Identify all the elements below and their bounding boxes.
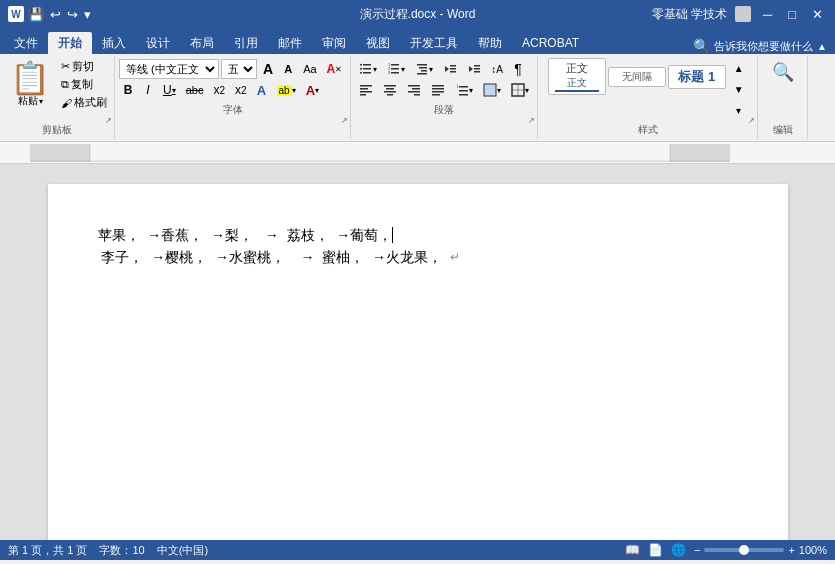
bullets-dropdown[interactable]: ▾ (373, 65, 377, 74)
font-shrink-button[interactable]: A (279, 59, 297, 79)
clipboard-expand-icon[interactable]: ↗ (105, 116, 112, 125)
paste-button[interactable]: 📋 粘贴 ▾ (4, 58, 56, 112)
print-view-icon[interactable]: 📄 (648, 543, 663, 557)
tab-layout[interactable]: 布局 (180, 32, 224, 54)
align-right-button[interactable] (403, 80, 425, 100)
redo-button[interactable]: ↪ (67, 7, 78, 22)
search-ribbon-label[interactable]: 告诉我你想要做什么 (714, 39, 813, 54)
borders-button[interactable]: ▾ (507, 80, 533, 100)
svg-rect-50 (670, 144, 730, 162)
svg-rect-27 (360, 94, 366, 96)
underline-dropdown[interactable]: ▾ (172, 86, 176, 95)
bold-button[interactable]: B (119, 80, 137, 100)
svg-rect-33 (412, 88, 420, 90)
minimize-button[interactable]: ─ (759, 7, 776, 22)
styles-gallery: 正文 正文 无间隔 标题 1 (548, 58, 726, 95)
maximize-button[interactable]: □ (784, 7, 800, 22)
tab-design[interactable]: 设计 (136, 32, 180, 54)
paste-dropdown-icon[interactable]: ▾ (39, 97, 43, 106)
tab-mailings[interactable]: 邮件 (268, 32, 312, 54)
document-content-area[interactable]: 苹果， →香蕉， →梨， → 荔枝， →葡萄， 李子， →樱桃， →水蜜桃， →… (98, 224, 738, 269)
italic-button[interactable]: I (139, 80, 157, 100)
styles-scroll-down[interactable]: ▼ (730, 79, 748, 99)
page-area[interactable]: 苹果， →香蕉， →梨， → 荔枝， →葡萄， 李子， →樱桃， →水蜜桃， →… (0, 164, 835, 540)
highlight-dropdown[interactable]: ▾ (292, 86, 296, 95)
format-painter-button[interactable]: 🖌 格式刷 (58, 94, 110, 111)
copy-button[interactable]: ⧉ 复制 (58, 76, 110, 93)
ribbon-collapse-button[interactable]: ▲ (817, 41, 827, 52)
editing-group-label: 编辑 (762, 123, 803, 137)
tab-references[interactable]: 引用 (224, 32, 268, 54)
tab-insert[interactable]: 插入 (92, 32, 136, 54)
underline-button[interactable]: U ▾ (159, 80, 180, 100)
svg-rect-18 (450, 68, 456, 70)
change-case-button[interactable]: Aa (299, 59, 320, 79)
clear-format-button[interactable]: A✕ (323, 59, 347, 79)
increase-indent-button[interactable] (463, 59, 485, 79)
line-spacing-dropdown[interactable]: ▾ (469, 86, 473, 95)
font-grow-button[interactable]: A (259, 59, 277, 79)
strikethrough-button[interactable]: abc (182, 80, 208, 100)
font-color-button[interactable]: A ▾ (302, 80, 323, 100)
user-avatar (735, 6, 751, 22)
paste-label-row: 粘贴 ▾ (18, 94, 43, 108)
search-ribbon-button[interactable]: 🔍 (693, 38, 710, 54)
align-left-button[interactable] (355, 80, 377, 100)
font-name-select[interactable]: 等线 (中文正文 (119, 59, 219, 79)
styles-scroll-up[interactable]: ▲ (730, 58, 748, 78)
svg-marker-20 (469, 66, 473, 72)
tab-view[interactable]: 视图 (356, 32, 400, 54)
document-page[interactable]: 苹果， →香蕉， →梨， → 荔枝， →葡萄， 李子， →樱桃， →水蜜桃， →… (48, 184, 788, 540)
font-color-dropdown[interactable]: ▾ (315, 86, 319, 95)
font-expand-icon[interactable]: ↗ (341, 116, 348, 125)
web-view-icon[interactable]: 🌐 (671, 543, 686, 557)
tab-review[interactable]: 审阅 (312, 32, 356, 54)
multilevel-icon (415, 62, 429, 76)
cut-button[interactable]: ✂ 剪切 (58, 58, 110, 75)
svg-rect-25 (360, 88, 368, 90)
find-button[interactable]: 🔍 (768, 62, 798, 82)
close-button[interactable]: ✕ (808, 7, 827, 22)
zoom-slider[interactable] (704, 548, 784, 552)
font-size-select[interactable]: 五号 (221, 59, 257, 79)
tab-acrobat[interactable]: ACROBAT (512, 32, 589, 54)
multilevel-button[interactable]: ▾ (411, 59, 437, 79)
read-view-icon[interactable]: 📖 (625, 543, 640, 557)
bullets-button[interactable]: ▾ (355, 59, 381, 79)
tab-file[interactable]: 文件 (4, 32, 48, 54)
multilevel-dropdown[interactable]: ▾ (429, 65, 433, 74)
style-normal[interactable]: 正文 正文 (548, 58, 606, 95)
text-effect-button[interactable]: A (253, 80, 271, 100)
group-clipboard: 📋 粘贴 ▾ ✂ 剪切 ⧉ 复制 🖌 格式刷 (0, 56, 115, 139)
style-no-spacing[interactable]: 无间隔 (608, 67, 666, 87)
sort-button[interactable]: ↕A (487, 59, 507, 79)
undo-button[interactable]: ↩ (50, 7, 61, 22)
subscript-button[interactable]: x2 (209, 80, 229, 100)
tab-developer[interactable]: 开发工具 (400, 32, 468, 54)
line-spacing-button[interactable]: ↕ ▾ (451, 80, 477, 100)
numbering-button[interactable]: 123 ▾ (383, 59, 409, 79)
customize-quick-access-button[interactable]: ▾ (84, 7, 91, 22)
numbering-dropdown[interactable]: ▾ (401, 65, 405, 74)
tab-help[interactable]: 帮助 (468, 32, 512, 54)
shading-button[interactable]: ▾ (479, 80, 505, 100)
styles-expand-icon[interactable]: ↗ (748, 116, 755, 125)
justify-button[interactable] (427, 80, 449, 100)
zoom-out-button[interactable]: − (694, 544, 700, 556)
zoom-in-button[interactable]: + (788, 544, 794, 556)
para-expand-icon[interactable]: ↗ (528, 116, 535, 125)
shading-dropdown[interactable]: ▾ (497, 86, 501, 95)
tab-home[interactable]: 开始 (48, 32, 92, 54)
decrease-indent-button[interactable] (439, 59, 461, 79)
group-paragraph: ▾ 123 ▾ ▾ ↕A ¶ (351, 56, 538, 139)
svg-rect-15 (417, 73, 427, 75)
highlight-button[interactable]: ab ▾ (273, 80, 300, 100)
save-button[interactable]: 💾 (28, 7, 44, 22)
group-editing: 🔍 编辑 (758, 56, 808, 139)
borders-dropdown[interactable]: ▾ (525, 86, 529, 95)
superscript-button[interactable]: x2 (231, 80, 251, 100)
show-marks-button[interactable]: ¶ (509, 59, 527, 79)
styles-expand[interactable]: ▾ (730, 100, 748, 120)
align-center-button[interactable] (379, 80, 401, 100)
style-heading1[interactable]: 标题 1 (668, 65, 726, 89)
